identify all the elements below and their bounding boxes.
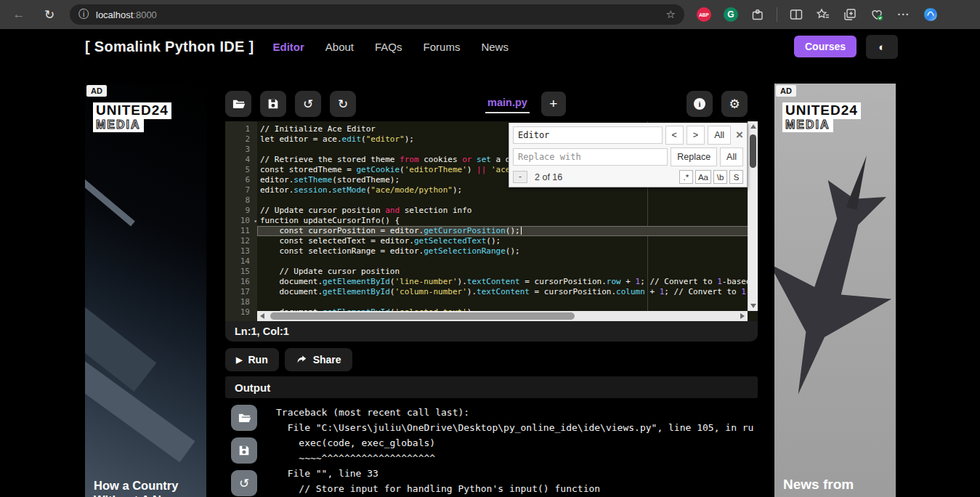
- collapse-search-button[interactable]: -: [513, 171, 527, 183]
- find-prev-button[interactable]: <: [665, 126, 684, 145]
- scroll-up-icon[interactable]: [750, 124, 756, 129]
- open-file-button[interactable]: [225, 91, 251, 117]
- ad-right[interactable]: AD UNITED24 MEDIA News from the battlefi…: [774, 84, 896, 497]
- code-line: document.getElementById('column-number')…: [257, 287, 758, 297]
- output-line: File "C:\Users\juliu\OneDrive\Desktop\py…: [276, 420, 753, 435]
- output-line: Traceback (most recent call last):: [276, 405, 753, 420]
- nav-link-forums[interactable]: Forums: [424, 41, 461, 53]
- line-number: 15: [225, 267, 257, 277]
- line-number: 10▾: [225, 216, 257, 226]
- nav-links: Editor About FAQs Forums News: [272, 41, 508, 53]
- output-title: Output: [235, 381, 270, 394]
- scroll-down-icon[interactable]: [750, 304, 756, 308]
- play-icon: ▶: [236, 355, 242, 365]
- horizontal-scroll-thumb[interactable]: [270, 312, 575, 320]
- run-button[interactable]: ▶ Run: [225, 348, 279, 371]
- find-all-button[interactable]: All: [708, 126, 731, 145]
- browser-essentials-button[interactable]: [869, 7, 885, 23]
- nav-link-news[interactable]: News: [481, 41, 509, 53]
- whole-word-toggle[interactable]: \b: [713, 170, 727, 184]
- reload-icon: ↻: [44, 7, 54, 23]
- url-port: :8000: [133, 9, 157, 20]
- settings-button[interactable]: ⚙: [721, 91, 748, 117]
- redo-button[interactable]: ↻: [330, 91, 356, 117]
- plus-icon: +: [549, 96, 557, 111]
- scroll-right-icon[interactable]: [740, 313, 745, 319]
- horizontal-scrollbar[interactable]: [257, 311, 748, 321]
- essentials-heart-icon: [870, 7, 884, 22]
- page-info-icon[interactable]: ⓘ: [78, 8, 89, 21]
- output-header: Output: [225, 376, 758, 398]
- case-sensitive-toggle[interactable]: Aa: [695, 170, 711, 184]
- output-open-button[interactable]: [231, 405, 257, 431]
- share-button[interactable]: Share: [285, 348, 352, 371]
- line-number: 2: [225, 134, 257, 145]
- adblock-button[interactable]: ABP: [696, 7, 712, 23]
- replace-input[interactable]: [513, 148, 668, 166]
- status-bar: Ln:1, Col:1: [225, 321, 758, 342]
- output-body: ↺ Traceback (most recent call last): Fil…: [225, 398, 758, 496]
- vertical-scrollbar[interactable]: [748, 121, 758, 311]
- address-bar[interactable]: ⓘ localhost:8000 ☆: [70, 4, 684, 25]
- info-button[interactable]: i: [687, 91, 713, 117]
- output-text: Traceback (most recent call last): File …: [276, 405, 753, 496]
- fold-icon[interactable]: ▾: [254, 217, 257, 227]
- ad-badge: AD: [86, 85, 107, 97]
- courses-button[interactable]: Courses: [794, 36, 857, 57]
- code-editor[interactable]: 12345678910▾111213141516171819 // Initia…: [225, 121, 758, 321]
- site-title[interactable]: [ Somalink Python IDE ]: [85, 39, 254, 55]
- extensions-button[interactable]: [750, 7, 766, 23]
- fighter-jet-image: [774, 84, 896, 497]
- warship-image: [85, 84, 206, 497]
- line-number: 3: [225, 145, 257, 155]
- regex-toggle[interactable]: .*: [679, 170, 693, 184]
- nav-link-faqs[interactable]: FAQs: [375, 41, 402, 53]
- line-number: 11: [225, 226, 257, 236]
- ad-left[interactable]: AD UNITED24 MEDIA How a Country Without …: [85, 84, 206, 497]
- output-section: Output ↺ Tracebac: [225, 376, 758, 496]
- grammarly-button[interactable]: G: [723, 7, 739, 23]
- copilot-icon: [923, 7, 939, 23]
- nav-link-editor[interactable]: Editor: [272, 41, 304, 53]
- puzzle-icon: [750, 7, 765, 22]
- vertical-scroll-thumb[interactable]: [750, 134, 756, 168]
- theme-toggle-button[interactable]: ◐: [866, 35, 898, 59]
- editor-toolbar: ↺ ↻ main.py + i ⚙: [225, 88, 758, 120]
- code-line: document.getElementById('line-number').t…: [257, 277, 758, 287]
- tab-main-py[interactable]: main.py: [485, 94, 530, 113]
- favorites-button[interactable]: [815, 7, 831, 23]
- new-tab-button[interactable]: +: [541, 92, 566, 116]
- ide-main: ↺ ↻ main.py + i ⚙ 12345678910▾1112131415…: [225, 84, 758, 496]
- output-line: File "", line 33: [276, 466, 753, 481]
- folder-open-icon: [232, 97, 246, 111]
- line-number: 8: [225, 195, 257, 206]
- split-screen-button[interactable]: [788, 7, 804, 23]
- scroll-left-icon[interactable]: [260, 313, 264, 319]
- search-input[interactable]: [513, 126, 663, 144]
- undo-button[interactable]: ↺: [295, 91, 321, 117]
- line-number: 6: [225, 175, 257, 185]
- back-button[interactable]: ←: [9, 4, 29, 25]
- replace-button[interactable]: Replace: [671, 148, 717, 166]
- output-save-button[interactable]: [231, 437, 257, 464]
- find-next-button[interactable]: >: [687, 126, 705, 145]
- share-icon: [296, 354, 307, 365]
- editor-gutter: 12345678910▾111213141516171819: [225, 121, 257, 321]
- toolbar-divider: [777, 7, 777, 22]
- copilot-button[interactable]: [923, 7, 939, 23]
- site-navbar: [ Somalink Python IDE ] Editor About FAQ…: [0, 29, 980, 64]
- bookmark-star-icon[interactable]: ☆: [666, 8, 676, 21]
- close-search-icon[interactable]: ×: [736, 128, 743, 142]
- save-button[interactable]: [260, 91, 286, 117]
- more-menu-button[interactable]: ···: [896, 7, 912, 23]
- nav-right: Courses ◐: [794, 35, 898, 59]
- save-floppy-icon: [238, 444, 251, 457]
- in-selection-toggle[interactable]: S: [729, 170, 743, 184]
- code-line: function updateCursorInfo() {: [257, 216, 758, 226]
- replace-all-button[interactable]: All: [720, 148, 743, 166]
- collections-button[interactable]: [842, 7, 858, 23]
- nav-link-about[interactable]: About: [325, 41, 354, 53]
- output-clear-button[interactable]: ↺: [231, 470, 257, 496]
- reload-button[interactable]: ↻: [39, 4, 60, 25]
- code-line: // Update cursor position: [257, 267, 758, 277]
